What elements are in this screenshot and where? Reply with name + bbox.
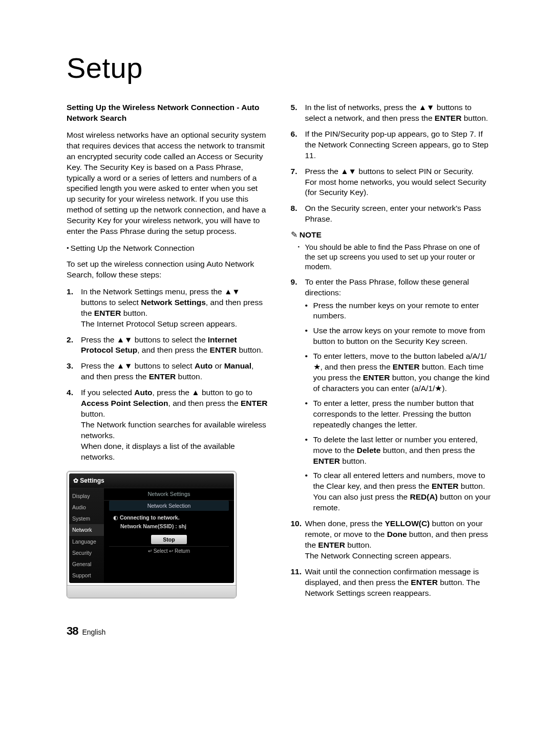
step-2: Press the ▲▼ buttons to select the Inter… [67,335,268,356]
step-3: Press the ▲▼ buttons to select Auto or M… [67,361,268,382]
steps-1-4: In the Network Settings menu, press the … [67,287,268,463]
sidebar-item-display[interactable]: Display [69,490,104,502]
steps-5-8: In the list of networks, press the ▲▼ bu… [291,102,492,225]
sidebar-item-language[interactable]: Language [69,536,104,547]
sub-intro: To set up the wireless connection using … [67,259,268,280]
osd-base-bar [67,585,236,598]
bullet-5: To delete the last letter or number you … [305,435,492,467]
sidebar-item-audio[interactable]: Audio [69,502,104,513]
step-9-li: To enter the Pass Phrase, follow these g… [291,277,492,513]
osd-status: Connecting to network. [104,513,234,522]
section-title: Setting Up the Wireless Network Connecti… [67,102,268,124]
sidebar-item-system[interactable]: System [69,513,104,524]
spinner-icon [113,514,120,521]
step-8: On the Security screen, enter your netwo… [291,203,492,225]
steps-10-11: When done, press the YELLOW(C) button on… [291,519,492,598]
sidebar-item-network[interactable]: Network [69,524,104,535]
page-number: 38 [67,624,78,637]
step-1: In the Network Settings menu, press the … [67,287,268,330]
step-5: In the list of networks, press the ▲▼ bu… [291,102,492,124]
osd-heading: Network Settings [104,488,234,501]
note-item: You should be able to find the Pass Phra… [291,243,492,272]
step-6: If the PIN/Security pop-up appears, go t… [291,129,492,161]
note-block: NOTE You should be able to find the Pass… [291,230,492,271]
osd-subheading: Network Selection [109,501,229,511]
bullet-6: To clear all entered letters and numbers… [305,470,492,513]
bullet-4: To enter a letter, press the number butt… [305,398,492,430]
osd-footer-hints: ↵ Select ↩ Return [109,546,229,555]
step-11: Wait until the connection confirmation m… [291,567,492,599]
osd-sidebar: Display Audio System Network Language Se… [69,488,104,583]
page-language: English [82,628,105,636]
stop-button[interactable]: Stop [151,535,187,544]
osd-window-title: Settings [69,473,234,488]
osd-ssid: Network Name(SSID) : shj [104,522,234,533]
sidebar-item-support[interactable]: Support [69,570,104,581]
left-column: Setting Up the Wireless Network Connecti… [67,102,268,604]
intro-paragraph: Most wireless networks have an optional … [67,130,268,237]
step-9-bullets: Press the number keys on your remote to … [305,300,492,514]
sidebar-item-security[interactable]: Security [69,547,104,558]
bullet-1: Press the number keys on your remote to … [305,300,492,322]
bullet-3: To enter letters, move to the button lab… [305,351,492,394]
step-4: If you selected Auto, press the ▲ button… [67,387,268,462]
note-label: NOTE [291,230,492,241]
sub-heading: Setting Up the Network Connection [67,243,268,254]
step-9: To enter the Pass Phrase, follow these g… [291,277,492,513]
bullet-2: Use the arrow keys on your remote to mov… [305,326,492,347]
step-10: When done, press the YELLOW(C) button on… [291,519,492,561]
step-7: Press the ▲▼ buttons to select PIN or Se… [291,166,492,199]
right-column: In the list of networks, press the ▲▼ bu… [291,102,492,604]
settings-osd: Settings Display Audio System Network La… [67,471,237,599]
page-title: Setup [67,51,492,84]
page-footer: 38 English [67,624,492,638]
sidebar-item-general[interactable]: General [69,558,104,570]
